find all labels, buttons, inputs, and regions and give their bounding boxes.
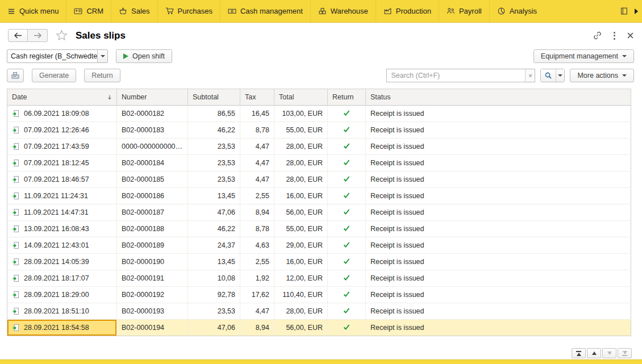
cell-tax[interactable]: 8,78	[240, 221, 274, 237]
cash-register-device-button[interactable]	[7, 69, 24, 82]
menu-item-warehouse[interactable]: Warehouse	[310, 0, 376, 22]
cell-total[interactable]: 56,00, EUR	[274, 320, 328, 336]
close-button[interactable]	[627, 32, 634, 39]
cell-number[interactable]: B02-0000185	[117, 171, 188, 188]
cell-subtotal[interactable]: 10,08	[188, 270, 240, 287]
menu-overflow-arrow-icon[interactable]	[634, 8, 639, 15]
cell-return[interactable]	[328, 320, 366, 336]
cell-return[interactable]	[328, 171, 366, 188]
cell-return[interactable]	[328, 155, 366, 171]
cell-subtotal[interactable]: 46,22	[188, 221, 240, 237]
cell-number[interactable]: 0000-000000000…	[117, 139, 188, 155]
cell-date[interactable]: 07.09.2021 17:43:59	[7, 139, 117, 155]
table-row[interactable]: 28.09.2021 18:17:07 B02-0000191 10,08 1,…	[7, 270, 631, 287]
cell-tax[interactable]: 4,63	[240, 237, 274, 254]
column-header-status[interactable]: Status	[366, 89, 631, 106]
column-header-total[interactable]: Total	[274, 89, 328, 106]
cell-date[interactable]: 07.09.2021 18:46:57	[7, 171, 117, 188]
column-header-tax[interactable]: Tax	[240, 89, 274, 106]
forward-button[interactable]	[28, 29, 48, 42]
get-link-button[interactable]	[593, 31, 602, 40]
cell-total[interactable]: 55,00, EUR	[274, 122, 328, 139]
table-row[interactable]: 07.09.2021 18:46:57 B02-0000185 23,53 4,…	[7, 171, 631, 188]
cell-subtotal[interactable]: 47,06	[188, 320, 240, 336]
cell-tax[interactable]: 4,47	[240, 303, 274, 320]
cell-return[interactable]	[328, 287, 366, 303]
cell-tax[interactable]: 8,94	[240, 320, 274, 336]
cell-total[interactable]: 16,00, EUR	[274, 188, 328, 204]
cell-date[interactable]: 07.09.2021 18:12:45	[7, 155, 117, 171]
more-actions-button[interactable]: More actions	[570, 69, 634, 82]
table-row[interactable]: 14.09.2021 12:43:01 B02-0000189 24,37 4,…	[7, 237, 631, 254]
cell-total[interactable]: 56,00, EUR	[274, 204, 328, 221]
cell-status[interactable]: Receipt is issued	[366, 270, 631, 287]
cash-register-select[interactable]: Cash register (B_Schwedte	[7, 49, 108, 63]
menu-item-quick-menu[interactable]: Quick menu	[0, 0, 66, 22]
cell-total[interactable]: 28,00, EUR	[274, 139, 328, 155]
cell-status[interactable]: Receipt is issued	[366, 287, 631, 303]
cell-status[interactable]: Receipt is issued	[366, 122, 631, 139]
cell-subtotal[interactable]: 23,53	[188, 171, 240, 188]
cell-return[interactable]	[328, 204, 366, 221]
return-button[interactable]: Return	[84, 69, 120, 82]
cell-return[interactable]	[328, 237, 366, 254]
cash-register-dropdown-button[interactable]	[97, 50, 107, 62]
cell-total[interactable]: 28,00, EUR	[274, 171, 328, 188]
table-row[interactable]: 28.09.2021 18:29:00 B02-0000192 92,78 17…	[7, 287, 631, 303]
cell-date[interactable]: 28.09.2021 18:54:58	[7, 320, 117, 336]
scroll-down-button[interactable]	[602, 348, 616, 358]
cell-status[interactable]: Receipt is issued	[366, 320, 631, 336]
cell-date[interactable]: 28.09.2021 18:17:07	[7, 270, 117, 287]
cell-tax[interactable]: 2,55	[240, 188, 274, 204]
cell-status[interactable]: Receipt is issued	[366, 204, 631, 221]
cell-subtotal[interactable]: 47,06	[188, 204, 240, 221]
cell-status[interactable]: Receipt is issued	[366, 188, 631, 204]
ledger-icon[interactable]	[620, 7, 628, 15]
cell-number[interactable]: B02-0000189	[117, 237, 188, 254]
cell-total[interactable]: 16,00, EUR	[274, 254, 328, 270]
cell-total[interactable]: 28,00, EUR	[274, 155, 328, 171]
cell-number[interactable]: B02-0000186	[117, 188, 188, 204]
equipment-management-button[interactable]: Equipment management	[533, 49, 634, 63]
cell-status[interactable]: Receipt is issued	[366, 171, 631, 188]
cell-total[interactable]: 55,00, EUR	[274, 221, 328, 237]
cell-number[interactable]: B02-0000193	[117, 303, 188, 320]
cell-total[interactable]: 103,00, EUR	[274, 106, 328, 122]
cell-return[interactable]	[328, 254, 366, 270]
cell-tax[interactable]: 17,62	[240, 287, 274, 303]
cell-subtotal[interactable]: 23,53	[188, 303, 240, 320]
cell-tax[interactable]: 4,47	[240, 155, 274, 171]
open-shift-button[interactable]: Open shift	[116, 49, 172, 63]
table-row[interactable]: 28.09.2021 14:05:39 B02-0000190 13,45 2,…	[7, 254, 631, 270]
cell-date[interactable]: 28.09.2021 14:05:39	[7, 254, 117, 270]
cell-subtotal[interactable]: 24,37	[188, 237, 240, 254]
cell-number[interactable]: B02-0000190	[117, 254, 188, 270]
scroll-up-button[interactable]	[587, 348, 601, 358]
cell-tax[interactable]: 1,92	[240, 270, 274, 287]
search-input[interactable]	[387, 69, 525, 82]
search-button[interactable]	[541, 69, 556, 82]
cell-subtotal[interactable]: 86,55	[188, 106, 240, 122]
cell-date[interactable]: 11.09.2021 14:47:31	[7, 204, 117, 221]
cell-tax[interactable]: 8,78	[240, 122, 274, 139]
cell-subtotal[interactable]: 23,53	[188, 155, 240, 171]
cell-date[interactable]: 11.09.2021 11:24:31	[7, 188, 117, 204]
cell-return[interactable]	[328, 122, 366, 139]
table-row[interactable]: 07.09.2021 12:26:46 B02-0000183 46,22 8,…	[7, 122, 631, 139]
cell-number[interactable]: B02-0000194	[117, 320, 188, 336]
table-row[interactable]: 28.09.2021 18:51:10 B02-0000193 23,53 4,…	[7, 303, 631, 320]
cell-tax[interactable]: 2,55	[240, 254, 274, 270]
window-menu-button[interactable]	[614, 32, 615, 40]
menu-item-analysis[interactable]: Analysis	[489, 0, 544, 22]
table-row[interactable]: 07.09.2021 17:43:59 0000-000000000… 23,5…	[7, 139, 631, 155]
menu-item-crm[interactable]: CRM	[66, 0, 111, 22]
menu-item-payroll[interactable]: Payroll	[439, 0, 489, 22]
cell-return[interactable]	[328, 270, 366, 287]
cell-total[interactable]: 110,40, EUR	[274, 287, 328, 303]
cell-tax[interactable]: 4,47	[240, 171, 274, 188]
cell-return[interactable]	[328, 188, 366, 204]
table-row[interactable]: 07.09.2021 18:12:45 B02-0000184 23,53 4,…	[7, 155, 631, 171]
table-row[interactable]: 11.09.2021 11:24:31 B02-0000186 13,45 2,…	[7, 188, 631, 204]
cell-total[interactable]: 28,00, EUR	[274, 303, 328, 320]
column-header-date[interactable]: Date	[7, 89, 117, 106]
